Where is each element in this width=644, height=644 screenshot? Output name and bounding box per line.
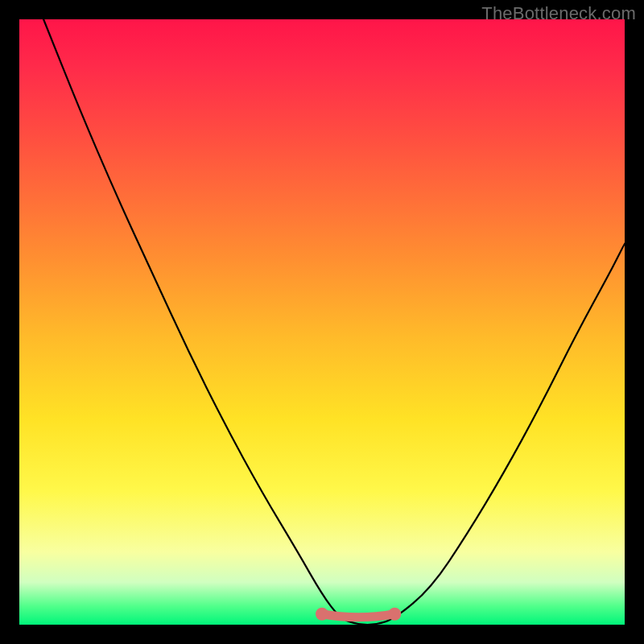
flat-segment-dot-left [316, 608, 328, 621]
flat-segment [322, 614, 394, 617]
curve-layer [19, 19, 625, 625]
plot-area [19, 19, 625, 625]
bottleneck-curve [43, 19, 625, 625]
flat-segment-dot-right [388, 608, 401, 621]
watermark-text: TheBottleneck.com [481, 3, 636, 24]
chart-frame: TheBottleneck.com [0, 0, 644, 644]
